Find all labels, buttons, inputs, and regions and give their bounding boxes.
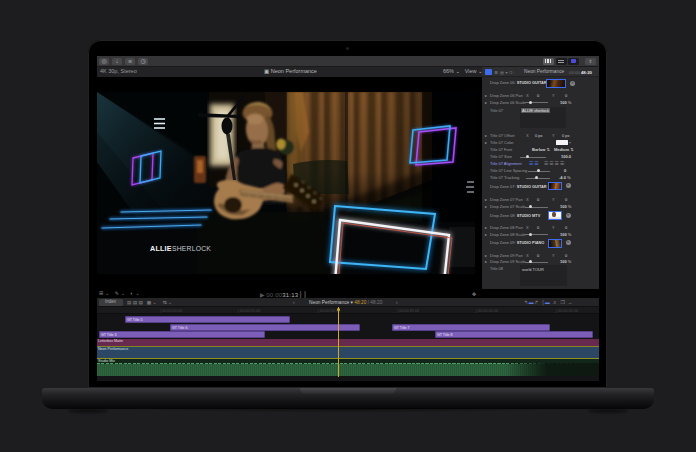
svg-text:ALLIE: ALLIE [150, 244, 172, 253]
svg-text:SHERLOCK: SHERLOCK [172, 245, 211, 252]
